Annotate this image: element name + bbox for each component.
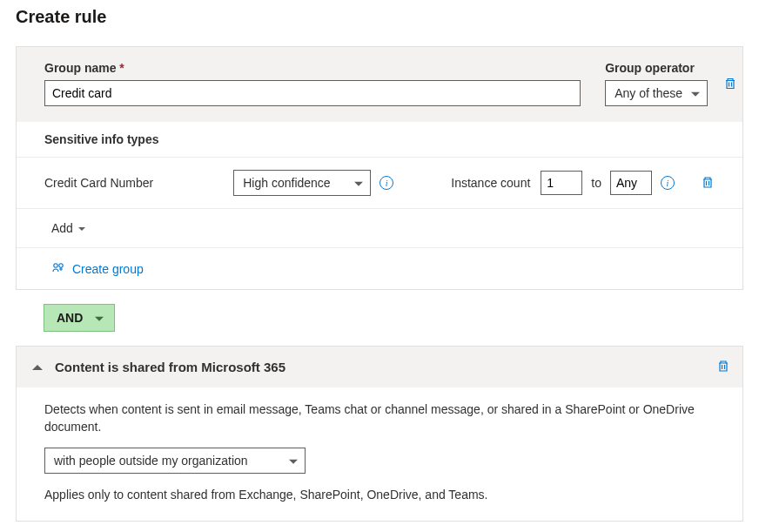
add-sit-row: Add (17, 209, 742, 248)
shared-description: Detects when content is sent in email me… (44, 401, 715, 435)
delete-condition-button[interactable] (716, 359, 730, 375)
shared-card-header: Content is shared from Microsoft 365 (17, 347, 742, 387)
add-sit-label: Add (51, 221, 73, 235)
add-sit-button[interactable]: Add (51, 221, 85, 235)
group-name-label: Group name * (44, 61, 581, 75)
group-operator-field: Group operator Any of these (605, 61, 708, 106)
logic-connector-label: AND (57, 311, 83, 325)
instance-max-input[interactable] (610, 171, 652, 195)
applies-note: Applies only to content shared from Exch… (44, 488, 715, 502)
sit-name: Credit Card Number (44, 176, 225, 190)
create-group-label: Create group (72, 262, 144, 276)
delete-group-button[interactable] (723, 77, 737, 93)
confidence-select[interactable]: High confidence (233, 170, 371, 196)
group-name-field: Group name * (44, 61, 581, 106)
create-group-row: Create group (17, 248, 742, 289)
svg-point-1 (59, 264, 63, 267)
page-title: Create rule (16, 7, 743, 27)
group-card: Group name * Group operator Any of these… (16, 46, 743, 290)
collapse-toggle[interactable] (32, 365, 43, 370)
group-name-label-text: Group name (44, 61, 116, 75)
shared-card-body: Detects when content is sent in email me… (17, 387, 742, 521)
logic-connector-select[interactable]: AND (44, 304, 115, 332)
group-operator-label: Group operator (605, 61, 708, 75)
confidence-value: High confidence (243, 176, 330, 190)
sit-heading: Sensitive info types (17, 122, 742, 158)
instance-min-input[interactable] (541, 171, 582, 195)
sit-row: Credit Card Number High confidence i Ins… (17, 158, 742, 209)
required-asterisk: * (119, 61, 124, 75)
group-operator-value: Any of these (615, 86, 682, 100)
instance-count-label: Instance count (451, 176, 530, 190)
scope-value: with people outside my organization (54, 454, 248, 468)
delete-sit-button[interactable] (701, 175, 715, 192)
shared-card: Content is shared from Microsoft 365 Det… (16, 346, 743, 522)
svg-point-0 (54, 264, 57, 267)
logic-connector-wrap: AND (44, 304, 743, 332)
create-group-button[interactable]: Create group (51, 260, 144, 277)
group-card-header: Group name * Group operator Any of these (17, 47, 742, 122)
scope-select[interactable]: with people outside my organization (44, 448, 306, 474)
group-name-input[interactable] (44, 80, 581, 106)
chevron-down-icon (78, 227, 85, 231)
info-icon[interactable]: i (661, 176, 675, 190)
group-operator-select[interactable]: Any of these (605, 80, 708, 106)
instance-to-text: to (591, 176, 601, 190)
shared-card-title: Content is shared from Microsoft 365 (55, 360, 708, 374)
info-icon[interactable]: i (380, 176, 393, 190)
group-icon (51, 260, 65, 277)
